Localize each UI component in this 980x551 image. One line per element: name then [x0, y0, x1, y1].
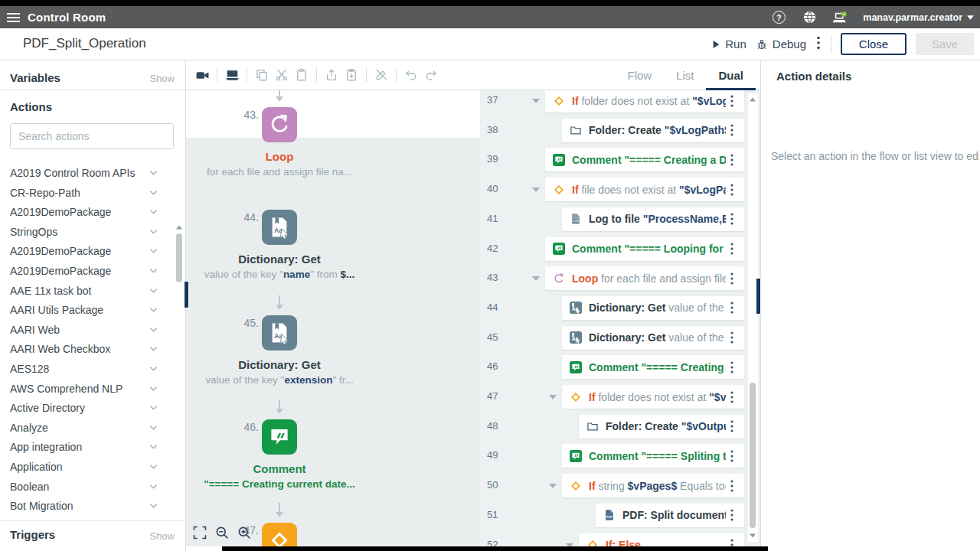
row-kebab-icon[interactable] — [730, 154, 738, 166]
row-kebab-icon[interactable] — [730, 420, 738, 432]
desktop-icon[interactable] — [222, 65, 242, 85]
cut-icon[interactable] — [272, 65, 292, 85]
chevron-down-icon[interactable] — [149, 209, 158, 215]
help-icon[interactable]: ? — [771, 10, 786, 25]
scroll-up-icon[interactable] — [175, 223, 184, 232]
if-icon[interactable] — [262, 523, 297, 546]
action-card[interactable]: Comment "===== Creating ... — [562, 355, 744, 379]
row-kebab-icon[interactable] — [730, 184, 738, 196]
list-row-39[interactable]: 39Comment "===== Creating a D... — [480, 148, 760, 171]
list-row-41[interactable]: 41LOGLog to file "ProcessName,Er... — [480, 207, 760, 231]
expand-chevron-icon[interactable] — [532, 187, 540, 192]
undo-icon[interactable] — [401, 65, 421, 85]
expand-chevron-icon[interactable] — [549, 484, 557, 488]
action-card[interactable]: Loop for each file and assign file ... — [545, 266, 744, 290]
list-row-50[interactable]: 50If string $vPages$ Equals to(... — [480, 474, 760, 497]
chevron-down-icon[interactable] — [149, 444, 158, 450]
chevron-down-icon[interactable] — [149, 484, 158, 490]
row-kebab-icon[interactable] — [730, 124, 738, 136]
action-card[interactable]: LOGLog to file "ProcessName,Er... — [562, 207, 744, 231]
package-item[interactable]: A2019DemoPackage — [0, 261, 175, 281]
row-kebab-icon[interactable] — [730, 480, 738, 492]
device-status-icon[interactable] — [832, 10, 848, 25]
package-item[interactable]: AES128 — [0, 359, 175, 379]
chevron-down-icon[interactable] — [149, 405, 158, 411]
paste-icon[interactable] — [292, 65, 312, 85]
tab-dual[interactable]: Dual — [706, 60, 756, 90]
package-item[interactable]: A2019DemoPackage — [0, 241, 175, 261]
package-item[interactable]: A2019 Control Room APIs — [0, 163, 175, 183]
row-kebab-icon[interactable] — [730, 391, 738, 403]
row-kebab-icon[interactable] — [730, 361, 738, 373]
chevron-down-icon[interactable] — [149, 268, 158, 274]
chevron-down-icon[interactable] — [149, 503, 158, 509]
chevron-down-icon[interactable] — [149, 288, 158, 294]
action-card[interactable]: If folder does not exist at "$vLog... — [545, 90, 744, 112]
dictionary-icon[interactable]: Aa — [262, 210, 297, 245]
action-card[interactable]: AaDictionary: Get value of the ... — [562, 326, 744, 350]
action-card[interactable]: Folder: Create "$vLogPath$\... — [562, 119, 744, 142]
package-item[interactable]: Application — [0, 457, 175, 477]
scroll-up-icon[interactable] — [748, 95, 757, 104]
list-row-52[interactable]: 52If: Else — [480, 533, 760, 547]
list-row-47[interactable]: 47If folder does not exist at "$v... — [480, 385, 760, 409]
chevron-down-icon[interactable] — [149, 307, 158, 313]
save-button-disabled[interactable]: Save — [916, 33, 974, 55]
redo-icon[interactable] — [421, 65, 441, 85]
close-button[interactable]: Close — [841, 33, 906, 55]
expand-chevron-icon[interactable] — [532, 99, 540, 103]
package-item[interactable]: StringOps — [0, 222, 175, 242]
action-card[interactable]: Comment "===== Looping for a... — [545, 237, 744, 261]
action-card[interactable]: If string $vPages$ Equals to(... — [562, 474, 744, 497]
chevron-down-icon[interactable] — [149, 248, 158, 254]
package-item[interactable]: AARI Utils Package — [0, 300, 175, 320]
list-row-40[interactable]: 40If file does not exist at "$vLogPat... — [480, 178, 760, 201]
chevron-down-icon[interactable] — [149, 464, 158, 470]
row-kebab-icon[interactable] — [730, 509, 738, 521]
flow-canvas[interactable]: 43.Loopfor each file and assign file na.… — [186, 90, 480, 546]
zoom-in-icon[interactable] — [237, 525, 252, 540]
expand-chevron-icon[interactable] — [532, 276, 540, 281]
package-item[interactable]: Analyze — [0, 418, 175, 438]
chevron-down-icon[interactable] — [149, 170, 158, 176]
package-item[interactable]: Boolean — [0, 477, 175, 497]
action-card[interactable]: Comment "===== Creating a D... — [545, 148, 744, 171]
loop-icon[interactable] — [262, 107, 297, 142]
more-actions-kebab-icon[interactable] — [815, 36, 822, 53]
chevron-down-icon[interactable] — [149, 229, 158, 235]
hamburger-menu-icon[interactable] — [7, 13, 20, 22]
package-item[interactable]: CR-Repo-Path — [0, 183, 175, 203]
search-actions-input[interactable] — [10, 123, 174, 149]
scrollbar-thumb[interactable] — [750, 383, 756, 528]
dictionary-icon[interactable]: Aa — [262, 315, 297, 350]
chevron-down-icon[interactable] — [149, 366, 158, 372]
row-kebab-icon[interactable] — [730, 95, 738, 107]
fit-to-screen-icon[interactable] — [192, 525, 207, 540]
row-kebab-icon[interactable] — [730, 331, 738, 344]
list-row-38[interactable]: 38Folder: Create "$vLogPath$\... — [480, 119, 760, 142]
list-row-45[interactable]: 45AaDictionary: Get value of the ... — [480, 326, 760, 350]
list-row-37[interactable]: 37If folder does not exist at "$vLog... — [480, 90, 760, 112]
action-card[interactable]: If: Else — [579, 533, 744, 547]
zoom-out-icon[interactable] — [214, 525, 230, 540]
run-button[interactable]: Run — [712, 37, 746, 51]
list-row-51[interactable]: 51PDFPDF: Split document... — [480, 504, 760, 527]
package-item[interactable]: Active Directory — [0, 398, 175, 418]
triggers-show-link[interactable]: Show — [149, 530, 175, 542]
panel-resize-handle-right[interactable] — [756, 279, 760, 314]
package-item[interactable]: AARI Web Checkbox — [0, 339, 175, 359]
package-item[interactable]: AARI Web — [0, 320, 175, 340]
row-kebab-icon[interactable] — [730, 272, 738, 285]
share-icon[interactable] — [322, 65, 341, 85]
chevron-down-icon[interactable] — [149, 425, 158, 431]
row-kebab-icon[interactable] — [730, 302, 738, 314]
action-card[interactable]: If folder does not exist at "$v... — [562, 385, 744, 409]
action-card[interactable]: PDFPDF: Split document... — [596, 504, 744, 527]
chevron-down-icon[interactable] — [149, 346, 158, 352]
debug-button[interactable]: Debug — [756, 37, 806, 51]
package-item[interactable]: App integration — [0, 437, 175, 457]
panel-resize-handle-left[interactable] — [185, 282, 188, 308]
list-row-48[interactable]: 48Folder: Create "$vOutpu... — [480, 415, 760, 439]
pen-disabled-icon[interactable] — [371, 65, 391, 85]
chevron-down-icon[interactable] — [149, 327, 158, 333]
